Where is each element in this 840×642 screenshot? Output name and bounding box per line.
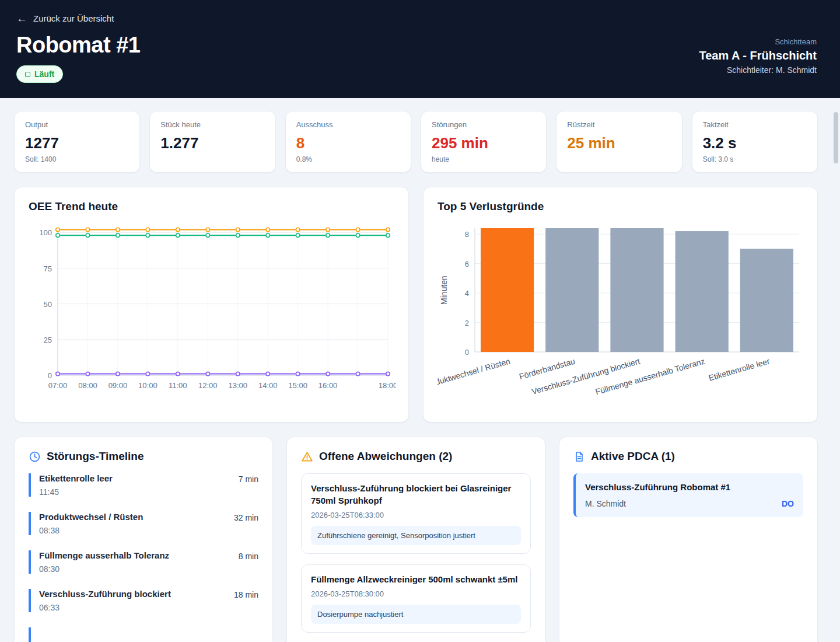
kpi-label: Störungen bbox=[432, 120, 536, 129]
pdca-panel: Aktive PDCA (1) Verschluss-Zuführung Rob… bbox=[559, 437, 818, 642]
svg-text:Verschluss-Zuführung blockiert: Verschluss-Zuführung blockiert bbox=[531, 356, 641, 396]
svg-text:Füllmenge ausserhalb Toleranz: Füllmenge ausserhalb Toleranz bbox=[594, 357, 706, 397]
svg-text:11:00: 11:00 bbox=[169, 381, 187, 390]
svg-text:8: 8 bbox=[465, 230, 469, 239]
kpi-value: 295 min bbox=[432, 134, 536, 152]
kpi-value: 25 min bbox=[567, 134, 671, 152]
page-header: ← Zurück zur Übersicht Robomat #1 Läuft … bbox=[0, 0, 840, 98]
pdca-title: Aktive PDCA (1) bbox=[591, 450, 675, 463]
svg-text:10:00: 10:00 bbox=[138, 381, 158, 390]
timeline-item: Etikettenrolle leer 11:45 7 min bbox=[29, 473, 258, 497]
svg-text:2: 2 bbox=[465, 319, 469, 327]
clock-icon bbox=[29, 451, 41, 463]
back-link[interactable]: ← Zurück zur Übersicht bbox=[16, 13, 114, 24]
bottom-row: Störungs-Timeline Etikettenrolle leer 11… bbox=[14, 437, 818, 642]
kpi-card-ruestzeit: Rüstzeit 25 min bbox=[556, 111, 682, 173]
scrollbar-thumb[interactable] bbox=[834, 112, 838, 163]
svg-text:4: 4 bbox=[465, 289, 469, 298]
pdca-card: Verschluss-Zuführung Robomat #1 M. Schmi… bbox=[573, 473, 803, 517]
svg-text:08:00: 08:00 bbox=[78, 381, 97, 390]
timeline-panel: Störungs-Timeline Etikettenrolle leer 11… bbox=[14, 437, 273, 642]
deviation-title: Füllmenge Allzweckreiniger 500ml schwank… bbox=[311, 573, 521, 585]
deviations-panel: Offene Abweichungen (2) Verschluss-Zufüh… bbox=[286, 437, 545, 642]
timeline-item-time: 11:45 bbox=[39, 487, 113, 497]
running-icon bbox=[25, 72, 30, 77]
timeline-item-duration: 32 min bbox=[234, 512, 258, 522]
loss-reasons-chart: 02468Produktwechsel / RüstenFörderbandst… bbox=[438, 220, 804, 407]
svg-text:75: 75 bbox=[44, 264, 52, 273]
svg-text:09:00: 09:00 bbox=[108, 381, 128, 390]
timeline-item: Füllmenge ausserhalb Toleranz 08:30 8 mi… bbox=[29, 550, 258, 574]
deviation-action: Zuführschiene gereinigt, Sensorposition … bbox=[311, 526, 521, 545]
kpi-sub: 0.8% bbox=[296, 155, 400, 163]
svg-text:0: 0 bbox=[465, 348, 469, 357]
kpi-sub: heute bbox=[432, 155, 536, 163]
back-link-label: Zurück zur Übersicht bbox=[33, 13, 114, 23]
timeline-item: Verschluss-Zuführung blockiert 06:33 18 … bbox=[29, 589, 258, 612]
pdca-stage-badge: DO bbox=[782, 499, 794, 508]
timeline-item-title: Füllmenge ausserhalb Toleranz bbox=[39, 550, 169, 560]
deviation-card: Füllmenge Allzweckreiniger 500ml schwank… bbox=[301, 564, 531, 633]
deviation-timestamp: 2026-03-25T06:33:00 bbox=[311, 511, 521, 519]
svg-text:50: 50 bbox=[44, 300, 52, 309]
status-badge: Läuft bbox=[16, 65, 63, 83]
kpi-card-output: Output 1277 Soll: 1400 bbox=[14, 111, 140, 173]
kpi-card-stueck-heute: Stück heute 1.277 bbox=[149, 111, 275, 173]
svg-text:25: 25 bbox=[44, 336, 52, 344]
kpi-row: Output 1277 Soll: 1400 Stück heute 1.277… bbox=[14, 111, 818, 173]
kpi-value: 3.2 s bbox=[703, 134, 807, 152]
status-label: Läuft bbox=[34, 69, 54, 79]
deviation-title: Verschluss-Zuführung blockiert bei Glasr… bbox=[311, 482, 521, 507]
svg-text:13:00: 13:00 bbox=[228, 381, 247, 390]
timeline-item-title: Etikettenrolle leer bbox=[39, 473, 113, 483]
oee-trend-card: OEE Trend heute 07:0008:0009:0010:0011:0… bbox=[14, 187, 409, 423]
svg-text:15:00: 15:00 bbox=[288, 381, 307, 390]
timeline-item: Produktwechsel / Rüsten 08:38 32 min bbox=[29, 512, 258, 535]
timeline-item-duration: 7 min bbox=[239, 473, 258, 484]
svg-text:100: 100 bbox=[39, 228, 52, 237]
kpi-sub: Soll: 3.0 s bbox=[703, 155, 807, 163]
svg-text:12:00: 12:00 bbox=[198, 381, 218, 390]
kpi-card-taktzeit: Taktzeit 3.2 s Soll: 3.0 s bbox=[692, 111, 818, 173]
kpi-sub bbox=[160, 155, 264, 163]
svg-text:18:00: 18:00 bbox=[379, 381, 396, 390]
warning-icon bbox=[301, 451, 313, 463]
pdca-item-title: Verschluss-Zuführung Robomat #1 bbox=[585, 482, 794, 492]
deviation-action: Dosierpumpe nachjustiert bbox=[311, 605, 521, 624]
timeline-item-duration: 18 min bbox=[234, 589, 258, 599]
svg-text:0: 0 bbox=[48, 371, 52, 380]
deviation-card: Verschluss-Zuführung blockiert bei Glasr… bbox=[301, 473, 531, 554]
kpi-sub: Soll: 1400 bbox=[25, 155, 129, 163]
kpi-card-ausschuss: Ausschuss 8 0.8% bbox=[285, 111, 411, 173]
timeline-item-time: 06:33 bbox=[39, 603, 171, 612]
oee-trend-chart: 07:0008:0009:0010:0011:0012:0013:0014:00… bbox=[29, 220, 396, 395]
svg-text:16:00: 16:00 bbox=[318, 381, 338, 390]
loss-reasons-card: Top 5 Verlustgründe 02468Produktwechsel … bbox=[423, 187, 818, 423]
kpi-label: Ausschuss bbox=[296, 120, 400, 129]
kpi-card-stoerungen: Störungen 295 min heute bbox=[421, 111, 547, 173]
shift-team: Team A - Frühschicht bbox=[699, 49, 817, 62]
svg-text:14:00: 14:00 bbox=[258, 381, 278, 390]
kpi-value: 1277 bbox=[25, 134, 129, 152]
pdca-owner: M. Schmidt bbox=[585, 499, 626, 508]
shift-leader: Schichtleiter: M. Schmidt bbox=[699, 65, 817, 75]
kpi-value: 1.277 bbox=[160, 134, 264, 152]
timeline-item-title: Verschluss-Zuführung blockiert bbox=[39, 589, 171, 599]
timeline-item bbox=[29, 627, 258, 642]
document-icon bbox=[573, 451, 585, 463]
timeline-item-title: Produktwechsel / Rüsten bbox=[39, 512, 143, 522]
kpi-label: Stück heute bbox=[160, 120, 264, 129]
loss-reasons-title: Top 5 Verlustgründe bbox=[438, 200, 803, 213]
svg-text:6: 6 bbox=[465, 260, 469, 268]
arrow-left-icon: ← bbox=[16, 13, 27, 24]
shift-info: Schichtteam Team A - Frühschicht Schicht… bbox=[699, 33, 817, 75]
kpi-label: Output bbox=[25, 120, 129, 129]
svg-text:07:00: 07:00 bbox=[48, 381, 68, 390]
deviations-title: Offene Abweichungen (2) bbox=[319, 450, 452, 463]
kpi-label: Taktzeit bbox=[703, 120, 807, 129]
timeline-title: Störungs-Timeline bbox=[47, 450, 144, 463]
kpi-sub bbox=[567, 155, 671, 163]
kpi-label: Rüstzeit bbox=[567, 120, 671, 129]
svg-text:Produktwechsel / Rüsten: Produktwechsel / Rüsten bbox=[438, 357, 511, 390]
kpi-value: 8 bbox=[296, 134, 400, 152]
